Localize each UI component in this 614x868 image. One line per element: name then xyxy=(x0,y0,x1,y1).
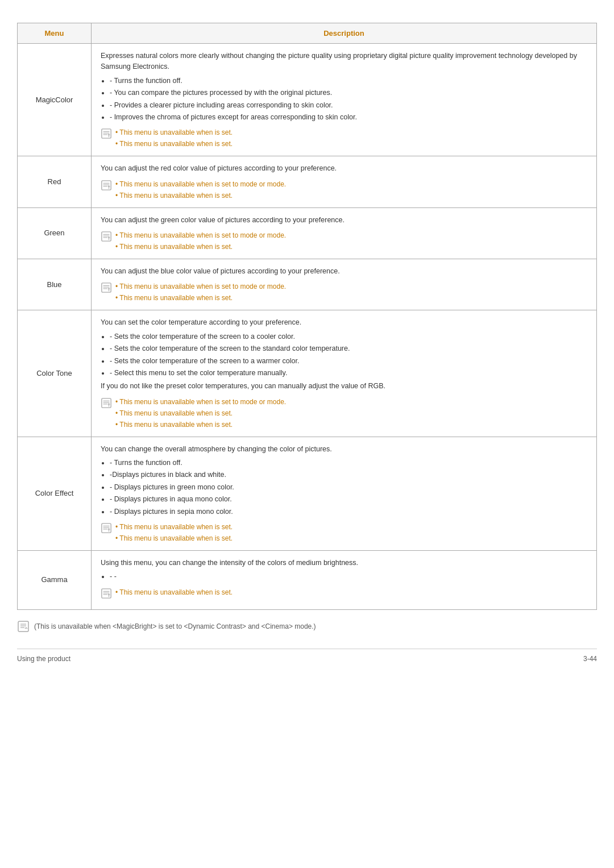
note-icon-bottom xyxy=(17,620,30,633)
desc-list-item: - Displays pictures in aqua mono color. xyxy=(110,494,587,505)
desc-intro: You can adjust the blue color value of p… xyxy=(101,266,587,277)
desc-intro: Using this menu, you can change the inte… xyxy=(101,558,587,568)
note-lines: This menu is unavailable when is set to … xyxy=(115,281,286,303)
desc-list-item: - Displays pictures in sepia mono color. xyxy=(110,506,587,517)
page-wrapper: Menu Description MagicColorExpresses nat… xyxy=(17,23,597,663)
menu-cell-red: Red xyxy=(18,156,92,207)
desc-list-item: - Turns the function off. xyxy=(110,458,587,468)
desc-cell-color-tone: You can set the color temperature accord… xyxy=(92,310,597,437)
menu-cell-green: Green xyxy=(18,207,92,259)
note-line: This menu is unavailable when is set. xyxy=(115,127,233,138)
desc-list-item: - - xyxy=(110,571,587,582)
note-icon xyxy=(101,587,112,603)
desc-intro: Expresses natural colors more clearly wi… xyxy=(101,51,587,73)
col-header-description: Description xyxy=(92,23,597,44)
note-icon xyxy=(101,281,112,297)
desc-list-item: - Improves the chroma of pictures except… xyxy=(110,112,587,123)
table-row: GreenYou can adjust the green color valu… xyxy=(18,207,597,259)
note-line: This menu is unavailable when is set. xyxy=(115,522,233,532)
menu-cell-color-tone: Color Tone xyxy=(18,310,92,437)
menu-cell-magiccolor: MagicColor xyxy=(18,44,92,156)
desc-list-item: - Sets the color temperature of the scre… xyxy=(110,356,587,367)
svg-rect-5 xyxy=(102,180,111,189)
main-table: Menu Description MagicColorExpresses nat… xyxy=(17,23,597,610)
svg-rect-15 xyxy=(102,283,111,292)
note-icon xyxy=(101,230,112,246)
note-lines: This menu is unavailable when is set.Thi… xyxy=(115,522,233,543)
note-lines: This menu is unavailable when is set. xyxy=(115,587,233,597)
menu-cell-color-effect: Color Effect xyxy=(18,437,92,550)
desc-list-item: - Displays pictures in green mono color. xyxy=(110,482,587,493)
svg-rect-10 xyxy=(102,232,111,241)
note-line: This menu is unavailable when is set to … xyxy=(115,179,286,189)
desc-intro: You can adjust the green color value of … xyxy=(101,215,587,226)
desc-list: - Sets the color temperature of the scre… xyxy=(110,331,587,379)
desc-cell-gamma: Using this menu, you can change the inte… xyxy=(92,550,597,609)
desc-cell-blue: You can adjust the blue color value of p… xyxy=(92,259,597,310)
note-block: This menu is unavailable when is set to … xyxy=(101,397,587,430)
footer-left: Using the product xyxy=(17,655,70,663)
desc-cell-magiccolor: Expresses natural colors more clearly wi… xyxy=(92,44,597,156)
table-row: MagicColorExpresses natural colors more … xyxy=(18,44,597,156)
svg-rect-35 xyxy=(18,621,28,632)
note-line: This menu is unavailable when is set. xyxy=(115,190,286,201)
menu-cell-gamma: Gamma xyxy=(18,550,92,609)
desc-list-item: -Displays pictures in black and white. xyxy=(110,470,587,480)
note-block: This menu is unavailable when is set. xyxy=(101,587,587,603)
desc-list-item: - Turns the function off. xyxy=(110,76,587,86)
desc-list: - Turns the function off. - You can comp… xyxy=(110,76,587,123)
svg-rect-0 xyxy=(102,129,111,138)
footer: Using the product 3-44 xyxy=(17,649,597,663)
note-icon xyxy=(101,179,112,194)
desc-intro: You can change the overall atmosphere by… xyxy=(101,444,587,455)
desc-list-item: - You can compare the pictures processed… xyxy=(110,88,587,98)
table-row: RedYou can adjust the red color value of… xyxy=(18,156,597,207)
note-line: This menu is unavailable when is set. xyxy=(115,533,233,543)
note-block: This menu is unavailable when is set to … xyxy=(101,179,587,201)
bottom-note-text: (This is unavailable when <MagicBright> … xyxy=(34,622,316,630)
note-line: This menu is unavailable when is set to … xyxy=(115,230,286,240)
note-line: This menu is unavailable when is set. xyxy=(115,139,233,149)
note-line: This menu is unavailable when is set. xyxy=(115,408,286,418)
note-line: This menu is unavailable when is set. xyxy=(115,242,286,252)
table-row: GammaUsing this menu, you can change the… xyxy=(18,550,597,609)
desc-extra: If you do not like the preset color temp… xyxy=(101,381,587,392)
note-line: This menu is unavailable when is set. xyxy=(115,420,286,430)
note-block: This menu is unavailable when is set.Thi… xyxy=(101,127,587,149)
desc-intro: You can adjust the red color value of pi… xyxy=(101,163,587,174)
table-row: Color EffectYou can change the overall a… xyxy=(18,437,597,550)
note-lines: This menu is unavailable when is set to … xyxy=(115,230,286,252)
desc-cell-green: You can adjust the green color value of … xyxy=(92,207,597,259)
desc-list-item: - Provides a clearer picture including a… xyxy=(110,100,587,111)
desc-intro: You can set the color temperature accord… xyxy=(101,317,587,328)
note-block: This menu is unavailable when is set to … xyxy=(101,281,587,303)
note-icon xyxy=(101,127,112,143)
note-block: This menu is unavailable when is set to … xyxy=(101,230,587,252)
desc-cell-color-effect: You can change the overall atmosphere by… xyxy=(92,437,597,550)
note-line: This menu is unavailable when is set to … xyxy=(115,397,286,407)
menu-cell-blue: Blue xyxy=(18,259,92,310)
bottom-note: (This is unavailable when <MagicBright> … xyxy=(17,620,597,633)
note-line: This menu is unavailable when is set. xyxy=(115,587,233,597)
table-row: Color ToneYou can set the color temperat… xyxy=(18,310,597,437)
note-block: This menu is unavailable when is set.Thi… xyxy=(101,522,587,543)
desc-list: - - xyxy=(110,571,587,582)
note-icon xyxy=(101,522,112,537)
svg-rect-25 xyxy=(102,524,111,533)
note-lines: This menu is unavailable when is set to … xyxy=(115,179,286,201)
note-line: This menu is unavailable when is set. xyxy=(115,293,286,303)
svg-rect-30 xyxy=(102,588,111,597)
col-header-menu: Menu xyxy=(18,23,92,44)
note-icon xyxy=(101,397,112,412)
desc-cell-red: You can adjust the red color value of pi… xyxy=(92,156,597,207)
desc-list-item: - Sets the color temperature of the scre… xyxy=(110,343,587,354)
svg-rect-20 xyxy=(102,398,111,407)
note-lines: This menu is unavailable when is set to … xyxy=(115,397,286,430)
footer-right: 3-44 xyxy=(583,655,597,663)
note-lines: This menu is unavailable when is set.Thi… xyxy=(115,127,233,149)
desc-list: - Turns the function off. -Displays pict… xyxy=(110,458,587,517)
desc-list-item: - Sets the color temperature of the scre… xyxy=(110,331,587,342)
note-line: This menu is unavailable when is set to … xyxy=(115,281,286,292)
table-row: BlueYou can adjust the blue color value … xyxy=(18,259,597,310)
desc-list-item: - Select this menu to set the color temp… xyxy=(110,368,587,379)
